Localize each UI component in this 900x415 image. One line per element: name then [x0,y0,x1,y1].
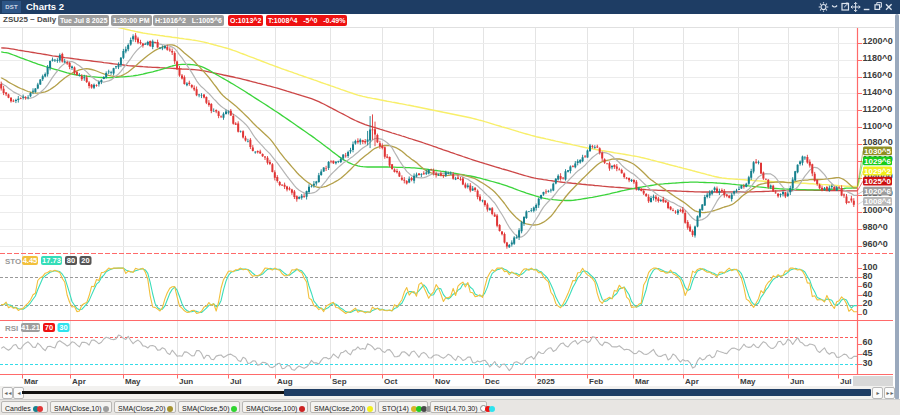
svg-text:May: May [740,377,756,386]
svg-text:1100^0: 1100^0 [863,121,893,131]
svg-text:45: 45 [863,348,873,358]
svg-text:1008^4: 1008^4 [864,197,891,206]
svg-text:Feb: Feb [589,377,603,386]
svg-text:2025: 2025 [537,377,555,386]
svg-text:1020^6: 1020^6 [864,187,891,196]
svg-text:20: 20 [81,256,89,265]
svg-text:Apr: Apr [72,377,86,386]
svg-text:960^0: 960^0 [863,239,888,249]
svg-text:Oct: Oct [384,377,398,386]
svg-text:Aug: Aug [277,377,293,386]
svg-text:30: 30 [863,358,873,368]
svg-text:Apr: Apr [685,377,699,386]
svg-text:80: 80 [67,256,75,265]
svg-text:Jul: Jul [230,377,242,386]
svg-text:Mar: Mar [24,377,38,386]
svg-text:1025^0: 1025^0 [864,177,891,186]
svg-text:1180^0: 1180^0 [863,53,893,63]
svg-text:1030^5: 1030^5 [864,147,891,156]
svg-text:RSI: RSI [5,324,18,333]
svg-text:1140^0: 1140^0 [863,87,893,97]
svg-text:1160^0: 1160^0 [863,70,893,80]
svg-text:30: 30 [59,323,67,332]
svg-text:STO: STO [5,257,21,266]
svg-text:0: 0 [863,307,868,317]
svg-text:1200^0: 1200^0 [863,36,893,46]
svg-text:70: 70 [45,323,53,332]
svg-text:Jul: Jul [840,377,852,386]
svg-text:Jun: Jun [790,377,804,386]
svg-text:4.45: 4.45 [23,256,38,265]
svg-text:May: May [125,377,141,386]
svg-text:Dec: Dec [485,377,500,386]
svg-text:Mar: Mar [635,377,649,386]
svg-text:Jun: Jun [179,377,193,386]
svg-text:41.21: 41.21 [21,323,40,332]
svg-text:1120^0: 1120^0 [863,104,893,114]
svg-text:1000^0: 1000^0 [863,205,893,215]
svg-text:1029^2: 1029^2 [864,167,891,176]
svg-text:60: 60 [863,337,873,347]
svg-text:980^0: 980^0 [863,222,888,232]
svg-text:17.73: 17.73 [42,256,61,265]
svg-text:1029^6: 1029^6 [864,157,891,166]
svg-text:Sep: Sep [332,377,347,386]
svg-text:Nov: Nov [435,377,451,386]
